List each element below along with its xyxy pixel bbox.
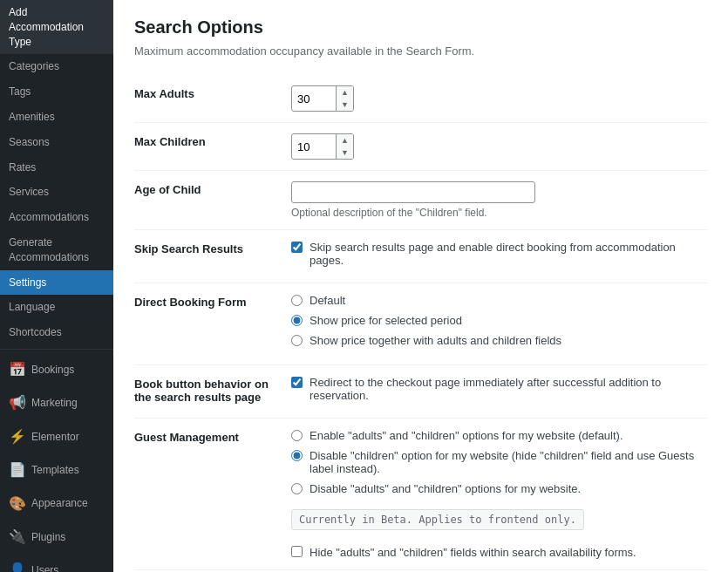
sidebar-label-elementor: Elementor: [31, 430, 79, 445]
row-max-adults: Max Adults ▲ ▼: [134, 75, 707, 123]
radio-disable-children[interactable]: [291, 450, 303, 461]
radio-show-price-adults-label: Show price together with adults and chil…: [310, 334, 561, 347]
sidebar-item-tags[interactable]: Tags: [0, 79, 113, 105]
book-button-label: Redirect to the checkout page immediatel…: [310, 376, 707, 402]
max-adults-up[interactable]: ▲: [337, 86, 353, 99]
row-max-children: Max Children ▲ ▼: [134, 123, 707, 171]
radio-enable-adults-children-row: Enable "adults" and "children" options f…: [291, 429, 707, 442]
sidebar-item-language[interactable]: Language: [0, 295, 113, 320]
max-adults-input[interactable]: [292, 89, 336, 109]
radio-disable-adults-children-row: Disable "adults" and "children" options …: [291, 482, 707, 495]
sidebar-item-users[interactable]: 👤Users: [0, 554, 113, 572]
sidebar-item-generate-accommodations[interactable]: Generate Accommodations: [0, 230, 113, 270]
label-max-children: Max Children: [134, 123, 291, 171]
skip-search-results-label: Skip search results page and enable dire…: [310, 241, 707, 267]
label-age-of-child: Age of Child: [134, 171, 291, 230]
radio-show-price-adults-row: Show price together with adults and chil…: [291, 334, 707, 347]
max-children-up[interactable]: ▲: [337, 134, 353, 146]
sidebar-item-categories[interactable]: Categories: [0, 54, 113, 79]
sidebar-item-services[interactable]: Services: [0, 180, 113, 205]
sidebar-label-templates: Templates: [31, 463, 79, 478]
sidebar-label-bookings: Bookings: [31, 363, 74, 378]
radio-show-price[interactable]: [291, 315, 303, 326]
label-direct-booking-form: Direct Booking Form: [134, 283, 291, 365]
row-book-button-behavior: Book button behavior on the search resul…: [134, 365, 707, 419]
max-children-input-wrapper: ▲ ▼: [291, 133, 354, 160]
sidebar-item-shortcodes[interactable]: Shortcodes: [0, 320, 113, 345]
bookings-icon: 📅: [9, 360, 26, 379]
beta-badge: Currently in Beta. Applies to frontend o…: [291, 509, 584, 530]
sidebar-label-marketing: Marketing: [31, 396, 78, 411]
marketing-icon: 📢: [9, 393, 26, 412]
hide-fields-row: Hide "adults" and "children" fields with…: [291, 546, 707, 559]
form-table: Max Adults ▲ ▼: [134, 75, 707, 572]
elementor-icon: ⚡: [9, 427, 26, 446]
sidebar-label-plugins: Plugins: [31, 530, 65, 545]
sidebar-item-appearance[interactable]: 🎨Appearance: [0, 487, 113, 521]
book-button-checkbox-row: Redirect to the checkout page immediatel…: [291, 376, 707, 402]
radio-default-label: Default: [310, 294, 345, 307]
sidebar-item-seasons[interactable]: Seasons: [0, 130, 113, 155]
row-skip-search-results: Skip Search Results Skip search results …: [134, 230, 707, 283]
radio-show-price-label: Show price for selected period: [310, 314, 462, 327]
skip-search-results-row: Skip search results page and enable dire…: [291, 241, 707, 267]
sidebar-item-amenities[interactable]: Amenities: [0, 105, 113, 130]
sidebar-item-plugins[interactable]: 🔌Plugins: [0, 521, 113, 554]
age-of-child-description: Optional description of the "Children" f…: [291, 207, 707, 219]
age-of-child-input[interactable]: [291, 181, 535, 203]
radio-disable-children-label: Disable "children" option for my website…: [310, 449, 707, 475]
hide-fields-label: Hide "adults" and "children" fields with…: [310, 546, 636, 559]
radio-disable-children-row: Disable "children" option for my website…: [291, 449, 707, 475]
max-adults-input-wrapper: ▲ ▼: [291, 85, 354, 112]
sidebar-item-bookings[interactable]: 📅Bookings: [0, 353, 113, 386]
radio-disable-adults-children[interactable]: [291, 483, 303, 494]
main-content: Search Options Maximum accommodation occ…: [113, 0, 728, 572]
radio-default-row: Default: [291, 294, 707, 307]
label-max-adults: Max Adults: [134, 75, 291, 123]
max-children-input[interactable]: [292, 137, 336, 157]
skip-search-results-checkbox[interactable]: [291, 242, 303, 253]
label-skip-search-results: Skip Search Results: [134, 230, 291, 283]
appearance-icon: 🎨: [9, 494, 26, 514]
book-button-checkbox[interactable]: [291, 377, 303, 388]
plugins-icon: 🔌: [9, 528, 26, 547]
row-direct-booking-form: Direct Booking Form Default Show price f…: [134, 283, 707, 365]
label-guest-management: Guest Management: [134, 419, 291, 570]
radio-show-price-adults[interactable]: [291, 335, 303, 346]
sidebar-item-accommodations[interactable]: Accommodations: [0, 205, 113, 230]
page-title: Search Options: [134, 17, 707, 37]
sidebar-item-add-accommodation-type[interactable]: Add Accommodation Type: [0, 0, 113, 54]
sidebar-item-marketing[interactable]: 📢Marketing: [0, 386, 113, 419]
sidebar-item-settings[interactable]: Settings: [0, 270, 113, 296]
sidebar-label-users: Users: [31, 563, 58, 572]
row-guest-management: Guest Management Enable "adults" and "ch…: [134, 419, 707, 570]
max-children-down[interactable]: ▼: [337, 146, 353, 159]
max-adults-down[interactable]: ▼: [337, 99, 353, 111]
page-description: Maximum accommodation occupancy availabl…: [134, 44, 707, 58]
sidebar-item-rates[interactable]: Rates: [0, 155, 113, 180]
sidebar: Add Accommodation TypeCategoriesTagsAmen…: [0, 0, 113, 572]
row-age-of-child: Age of Child Optional description of the…: [134, 171, 707, 230]
radio-enable-adults-children-label: Enable "adults" and "children" options f…: [310, 429, 623, 442]
radio-enable-adults-children[interactable]: [291, 430, 303, 441]
hide-fields-checkbox[interactable]: [291, 546, 303, 557]
radio-disable-adults-children-label: Disable "adults" and "children" options …: [310, 482, 581, 495]
radio-show-price-row: Show price for selected period: [291, 314, 707, 327]
users-icon: 👤: [9, 561, 26, 572]
templates-icon: 📄: [9, 460, 26, 480]
sidebar-item-elementor[interactable]: ⚡Elementor: [0, 420, 113, 453]
sidebar-item-templates[interactable]: 📄Templates: [0, 453, 113, 487]
radio-default[interactable]: [291, 295, 303, 306]
label-book-button-behavior: Book button behavior on the search resul…: [134, 365, 291, 419]
sidebar-label-appearance: Appearance: [31, 496, 88, 511]
